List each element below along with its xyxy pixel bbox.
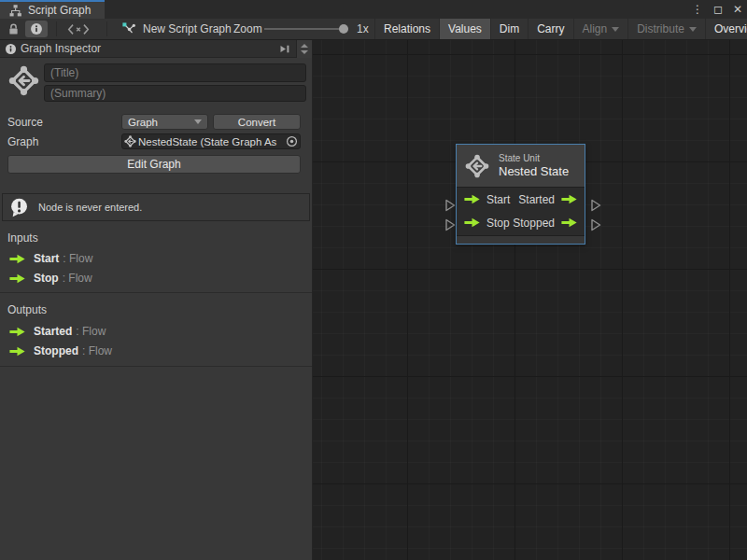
chevron-down-icon [612, 27, 619, 32]
toolbar-separator [106, 21, 107, 36]
object-picker-icon[interactable] [286, 135, 298, 147]
graph-inspector-header: Graph Inspector [0, 40, 312, 58]
state-unit-icon [465, 154, 489, 178]
inspector-toggle-button[interactable] [25, 21, 48, 37]
window-controls: ⋮ ◻ ✕ [692, 0, 742, 19]
overview-button[interactable]: Overview [705, 19, 747, 39]
graph-title-field[interactable] [44, 63, 306, 82]
output-port-stopped[interactable]: Stopped [513, 217, 577, 230]
flow-arrow-icon [9, 273, 25, 284]
lock-icon [7, 22, 21, 36]
node-port-row: Stop Stopped [457, 211, 585, 234]
input-port-row: Stop : Flow [9, 271, 92, 286]
node-title: Nested State [499, 164, 569, 178]
section-divider [0, 292, 312, 293]
code-icon [67, 23, 90, 35]
warning-bubble-icon [9, 197, 30, 218]
toolbar-toggle-group: Relations Values Dim Carry Align Distrib… [374, 19, 747, 39]
source-dropdown[interactable]: Graph [121, 114, 208, 130]
chevron-down-icon [689, 27, 697, 32]
zoom-slider-handle[interactable] [339, 24, 348, 34]
preview-code-button[interactable] [67, 19, 90, 39]
graph-field-label: Graph [7, 135, 38, 148]
info-icon [30, 22, 43, 35]
node-footer [457, 235, 585, 244]
flow-arrow-icon [9, 327, 25, 337]
external-output-port-icon[interactable] [590, 199, 601, 212]
output-port-row: Stopped : Flow [9, 343, 112, 358]
state-graph-asset-icon [124, 135, 136, 147]
input-port-start[interactable]: Start [464, 193, 510, 206]
node-kind-label: State Unit [499, 153, 569, 163]
new-script-graph-label: New Script Graph [143, 22, 232, 35]
close-icon[interactable]: ✕ [733, 0, 742, 19]
node-port-row: Start Started [457, 188, 585, 211]
graph-toolbar: New Script Graph Zoom 1x Relations Value… [0, 19, 747, 40]
zoom-slider[interactable] [264, 28, 348, 30]
flow-arrow-icon [464, 194, 480, 204]
zoom-label: Zoom [233, 19, 262, 39]
scroll-down-icon[interactable] [301, 50, 308, 54]
relations-toggle[interactable]: Relations [374, 19, 439, 39]
flow-arrow-icon [561, 217, 577, 228]
node-header[interactable]: State Unit Nested State [457, 145, 585, 188]
warning-text: Node is never entered. [38, 202, 142, 213]
source-label: Source [7, 116, 43, 129]
input-port-stop[interactable]: Stop [464, 217, 510, 230]
graph-inspector-panel: Graph Inspector Source Graph Convert Gra… [0, 40, 313, 560]
tab-label: Script Graph [28, 4, 91, 17]
flow-arrow-icon [9, 254, 25, 264]
script-graph-asset-icon [121, 21, 136, 36]
chevron-down-icon [194, 119, 202, 124]
graph-object-field[interactable]: NestedState (State Graph As [121, 133, 301, 149]
external-input-port-icon[interactable] [444, 199, 456, 212]
tab-script-graph[interactable]: Script Graph [0, 0, 105, 19]
warning-box: Node is never entered. [2, 193, 310, 221]
inspector-scroll-arrows [296, 40, 312, 58]
window-titlebar: Script Graph ⋮ ◻ ✕ [0, 0, 747, 19]
script-graph-hierarchy-icon [8, 4, 22, 18]
section-divider [0, 366, 312, 367]
graph-canvas[interactable]: State Unit Nested State Start Started St… [313, 40, 747, 560]
inputs-section-header: Inputs [7, 231, 38, 245]
external-input-port-icon[interactable] [444, 218, 456, 231]
info-icon [5, 43, 17, 55]
flow-arrow-icon [9, 346, 25, 357]
graph-object-value: NestedState (State Graph As [138, 136, 286, 147]
dock-panel-icon[interactable] [279, 44, 290, 54]
flow-arrow-icon [561, 194, 577, 204]
carry-toggle[interactable]: Carry [528, 19, 572, 39]
flow-arrow-icon [464, 217, 480, 228]
window-menu-icon[interactable]: ⋮ [692, 0, 703, 19]
zoom-value: 1x [357, 19, 369, 39]
edit-graph-button[interactable]: Edit Graph [7, 155, 301, 174]
input-port-row: Start : Flow [9, 251, 92, 266]
dim-toggle[interactable]: Dim [490, 19, 528, 39]
state-unit-icon [8, 65, 39, 96]
graph-inspector-title: Graph Inspector [21, 42, 101, 55]
nested-state-node[interactable]: State Unit Nested State Start Started St… [456, 144, 585, 245]
lock-button[interactable] [7, 19, 21, 39]
toolbar-separator [56, 21, 57, 36]
scroll-up-icon[interactable] [301, 44, 308, 48]
align-dropdown[interactable]: Align [573, 19, 628, 39]
outputs-section-header: Outputs [7, 303, 47, 316]
graph-summary-field[interactable] [44, 85, 306, 102]
external-output-port-icon[interactable] [590, 218, 601, 231]
new-script-graph-button[interactable]: New Script Graph [121, 19, 232, 39]
maximize-icon[interactable]: ◻ [713, 0, 723, 19]
output-port-row: Started : Flow [9, 324, 106, 339]
convert-button[interactable]: Convert [213, 114, 301, 130]
output-port-started[interactable]: Started [518, 193, 577, 206]
distribute-dropdown[interactable]: Distribute [627, 19, 705, 39]
values-toggle[interactable]: Values [439, 19, 490, 39]
